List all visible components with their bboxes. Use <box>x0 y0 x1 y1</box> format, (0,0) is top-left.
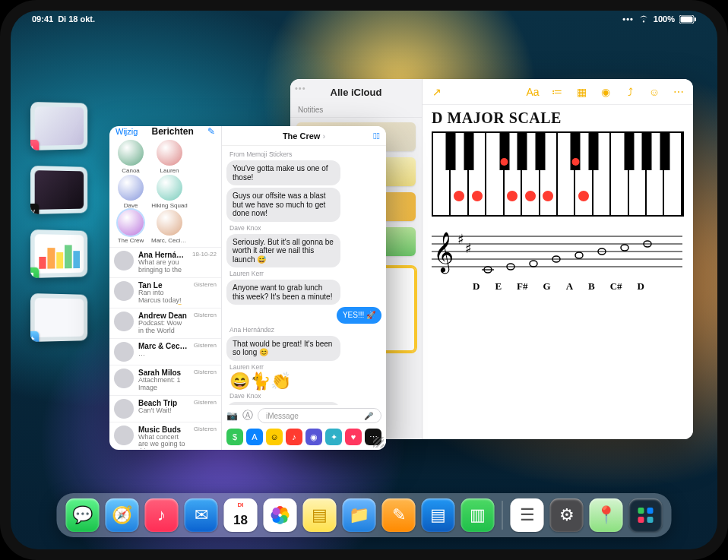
music-staff: 𝄞 ♯ ♯ <box>432 227 684 279</box>
checklist-icon[interactable]: ≔ <box>550 85 564 99</box>
dock-maps[interactable]: 📍 <box>590 498 623 532</box>
app-chip[interactable]: ♪ <box>286 429 302 445</box>
stage-thumb-numbers[interactable]: ▮ <box>30 229 87 278</box>
collaborate-icon[interactable]: ☺ <box>647 85 661 99</box>
app-chip[interactable]: ☺ <box>266 429 283 445</box>
stage-thumb-music[interactable]: ♪ <box>30 102 87 150</box>
app-chip[interactable]: ♥ <box>345 429 362 445</box>
received-bubble: Anyone want to grab lunch this week? It'… <box>226 280 340 305</box>
sent-bubble: YES!!! 🚀 <box>337 307 381 324</box>
sender-label: Dave Knox <box>226 392 381 400</box>
sender-label: Lauren Kerr <box>226 363 381 371</box>
svg-point-27 <box>273 508 280 515</box>
thread-title[interactable]: The Crew › <box>283 131 325 141</box>
pinned-contact[interactable]: Lauren <box>150 140 188 174</box>
note-body[interactable]: D MAJOR SCALE <box>423 105 693 302</box>
dock-app-library[interactable] <box>629 498 663 532</box>
conversation-row[interactable]: Tan LeRan into Marcus today! Small world… <box>109 277 221 308</box>
dock-numbers[interactable]: ▥ <box>461 498 495 532</box>
appstore-input-icon[interactable]: Ⓐ <box>242 409 253 422</box>
compose-icon[interactable]: ✎ <box>207 126 215 137</box>
status-battery-pct: 100% <box>654 14 675 24</box>
note-title: D MAJOR SCALE <box>432 109 684 127</box>
window-menu-icon[interactable]: ••• <box>295 84 306 93</box>
app-chip[interactable]: ◉ <box>305 429 322 445</box>
notes-toolbar: ↗ Aa ≔ ▦ ◉ ⤴ ☺ ⋯ <box>423 79 693 105</box>
svg-text:𝄞: 𝄞 <box>433 232 454 274</box>
svg-rect-2 <box>695 17 696 21</box>
svg-text:♯: ♯ <box>457 232 464 247</box>
more-icon[interactable]: ⋯ <box>672 85 685 99</box>
svg-rect-29 <box>647 508 654 514</box>
expand-icon[interactable]: ↗ <box>430 85 444 99</box>
imessage-app-strip: $ A ☺ ♪ ◉ ✦ ♥ ⋯ <box>222 426 386 450</box>
dock-safari[interactable]: 🧭 <box>106 498 139 532</box>
conversation-row[interactable]: Beach TripCan't Wait! Gisteren <box>109 395 221 422</box>
piano-diagram <box>432 131 684 217</box>
thread-input-row: 📷 Ⓐ iMessage 🎤 <box>222 405 386 426</box>
status-date: Di 18 okt. <box>58 14 95 24</box>
pinned-contact[interactable]: Hiking Squad <box>150 175 188 209</box>
dock-settings[interactable]: ⚙︎ <box>550 498 584 532</box>
dock-messages[interactable]: 💬 <box>66 498 100 532</box>
app-chip[interactable]: A <box>246 429 263 445</box>
status-time: 09:41 <box>32 14 53 24</box>
dock-keynote[interactable]: ▤ <box>422 498 455 532</box>
stage-thumb-safari[interactable]: ✦ <box>30 293 87 342</box>
stage-thumb-tv[interactable]: tv <box>30 166 87 214</box>
dock-reminders[interactable]: ☰ <box>511 498 544 532</box>
thread-body[interactable]: From Memoji StickersYou've gotta make us… <box>222 146 386 405</box>
table-icon[interactable]: ▦ <box>574 85 588 99</box>
dock-separator <box>502 501 503 530</box>
mic-icon[interactable]: 🎤 <box>364 412 373 420</box>
text-style-icon[interactable]: Aa <box>526 85 540 99</box>
svg-text:♯: ♯ <box>465 241 472 256</box>
camera-icon[interactable]: ◉ <box>599 85 612 99</box>
svg-point-17 <box>621 245 628 251</box>
dock-notes[interactable]: ▤ <box>303 498 337 532</box>
pinned-contact[interactable]: Dave <box>112 175 150 209</box>
pinned-contact[interactable]: Canoa <box>112 140 150 174</box>
pinned-contact[interactable]: Marc, Cecilia &… <box>150 210 188 244</box>
dock-files[interactable]: 📁 <box>343 498 376 532</box>
safari-badge-icon: ✦ <box>30 331 39 342</box>
svg-point-13 <box>530 261 537 267</box>
status-bar: 09:41 Di 18 okt. ••• 100% <box>11 11 717 27</box>
sender-label: Ana Hernández <box>226 326 381 334</box>
edit-button[interactable]: Wijzig <box>116 127 138 136</box>
message-input[interactable]: iMessage 🎤 <box>258 408 381 423</box>
conversation-row[interactable]: Andrew DeanPodcast: Wow in the World Gis… <box>109 308 221 338</box>
messages-title: Berichten <box>138 126 207 137</box>
dock-photos[interactable] <box>264 498 297 532</box>
music-badge-icon: ♪ <box>30 140 39 150</box>
resize-handle[interactable] <box>373 437 384 448</box>
facetime-icon[interactable]: ▢⃞ <box>373 131 380 141</box>
dock-pages[interactable]: ✎ <box>382 498 416 532</box>
tv-badge-icon: tv <box>30 204 39 214</box>
pinned-row: CanoaLaurenDaveHiking SquadThe CrewMarc,… <box>109 137 221 247</box>
conversation-list: Ana HernándezWhat are you bringing to th… <box>109 247 221 450</box>
dock-music[interactable]: ♪ <box>145 498 179 532</box>
received-bubble: Seriously. But it's all gonna be worth i… <box>226 234 340 268</box>
numbers-badge-icon: ▮ <box>30 267 39 278</box>
conversation-row[interactable]: Marc & Cecilia… Gisteren <box>109 338 221 365</box>
sender-label: Lauren Kerr <box>226 270 381 277</box>
app-chip[interactable]: $ <box>226 429 243 445</box>
pinned-contact[interactable]: The Crew <box>112 210 150 244</box>
dock-calendar[interactable]: Di 18 <box>224 498 258 532</box>
conversation-row[interactable]: Ana HernándezWhat are you bringing to th… <box>109 247 221 277</box>
thread-source-label: From Memoji Stickers <box>226 150 381 158</box>
app-chip[interactable]: ✦ <box>325 429 342 445</box>
dock-mail[interactable]: ✉︎ <box>185 498 218 532</box>
share-icon[interactable]: ⤴ <box>623 85 637 99</box>
messages-window[interactable]: Wijzig Berichten ✎ CanoaLaurenDaveHiking… <box>109 126 386 450</box>
svg-point-15 <box>575 252 583 258</box>
camera-input-icon[interactable]: 📷 <box>226 410 238 421</box>
svg-rect-30 <box>638 517 644 523</box>
conversation-row[interactable]: Sarah MilosAttachment: 1 Image Gisteren <box>109 365 221 395</box>
messages-thread: The Crew › ▢⃞ From Memoji StickersYou've… <box>222 126 386 450</box>
received-bubble: You've gotta make us one of those! <box>226 160 340 185</box>
svg-rect-31 <box>647 517 654 523</box>
conversation-row[interactable]: Music BudsWhat concert are we going to t… <box>109 422 221 450</box>
svg-rect-28 <box>638 508 644 514</box>
